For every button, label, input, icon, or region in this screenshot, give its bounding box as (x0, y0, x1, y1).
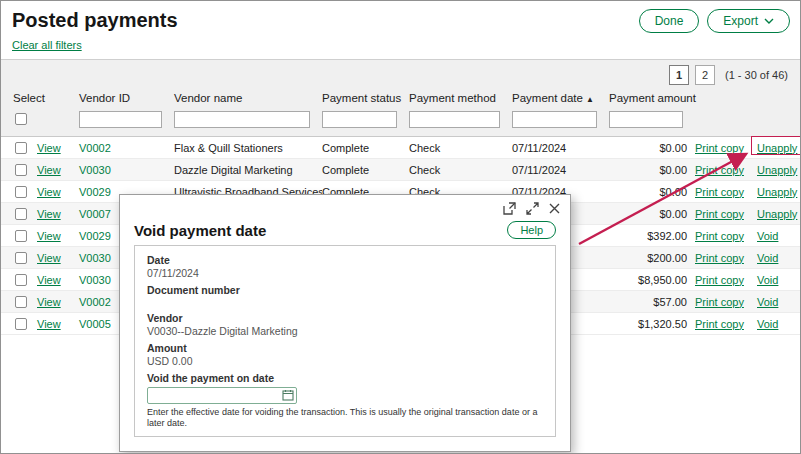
row-checkbox[interactable] (15, 274, 27, 286)
print-copy-link[interactable]: Print copy (695, 296, 757, 308)
row-action-link[interactable]: Void (757, 318, 801, 330)
view-link[interactable]: View (37, 296, 79, 308)
field-label-document-number: Document number (147, 284, 543, 297)
page-button-1[interactable]: 1 (669, 65, 689, 85)
dialog-title: Void payment date (134, 222, 266, 239)
view-link[interactable]: View (37, 164, 79, 176)
row-action-link[interactable]: Unapply (757, 186, 801, 198)
print-copy-link[interactable]: Print copy (695, 252, 757, 264)
filter-payment-date[interactable] (512, 111, 597, 128)
row-action-link[interactable]: Unapply (757, 142, 801, 154)
col-payment-date-label: Payment date (512, 92, 583, 104)
cell-payment-amount: $1,320.50 (609, 318, 695, 330)
cell-vendor-id[interactable]: V0002 (79, 142, 174, 154)
field-value-amount: USD 0.00 (147, 355, 543, 368)
cell-payment-amount: $0.00 (609, 208, 695, 220)
print-copy-link[interactable]: Print copy (695, 230, 757, 242)
void-date-label: Void the payment on date (147, 372, 543, 385)
export-label: Export (723, 14, 758, 28)
print-copy-link[interactable]: Print copy (695, 208, 757, 220)
row-checkbox[interactable] (15, 318, 27, 330)
cell-payment-amount: $0.00 (609, 164, 695, 176)
cell-payment-method: Check (409, 142, 512, 154)
table-header: Select Vendor ID Vendor name Payment sta… (1, 90, 800, 137)
help-button[interactable]: Help (507, 221, 556, 239)
col-vendor-id[interactable]: Vendor ID (79, 92, 174, 104)
table-row: View V0030 Dazzle Digital Marketing Comp… (1, 159, 800, 181)
filter-payment-amount[interactable] (609, 111, 683, 128)
cell-payment-status: Complete (322, 142, 409, 154)
view-link[interactable]: View (37, 230, 79, 242)
posted-payments-page: Posted payments Done Export Clear all fi… (0, 0, 801, 454)
void-payment-dialog: Void payment date Help Date 07/11/2024 D… (119, 194, 571, 452)
view-link[interactable]: View (37, 274, 79, 286)
view-link[interactable]: View (37, 208, 79, 220)
page-button-2[interactable]: 2 (695, 65, 715, 85)
top-bar: Posted payments Done Export (1, 1, 800, 33)
filter-vendor-id[interactable] (79, 111, 162, 128)
pagination-range: (1 - 30 of 46) (725, 69, 788, 81)
field-label-date: Date (147, 254, 543, 267)
cell-payment-amount: $57.00 (609, 296, 695, 308)
cell-vendor-id[interactable]: V0030 (79, 164, 174, 176)
filter-payment-status[interactable] (322, 111, 397, 128)
col-payment-date[interactable]: Payment date▲ (512, 92, 609, 104)
row-checkbox[interactable] (15, 296, 27, 308)
row-action-link[interactable]: Void (757, 274, 801, 286)
done-button[interactable]: Done (639, 9, 700, 33)
top-buttons: Done Export (639, 9, 790, 33)
filter-payment-method[interactable] (409, 111, 500, 128)
view-link[interactable]: View (37, 318, 79, 330)
dialog-body: Date 07/11/2024 Document number Vendor V… (134, 245, 556, 437)
field-value-document-number (147, 297, 543, 308)
view-link[interactable]: View (37, 142, 79, 154)
chevron-down-icon (764, 18, 774, 24)
print-copy-link[interactable]: Print copy (695, 142, 757, 154)
row-checkbox[interactable] (15, 164, 27, 176)
col-payment-method[interactable]: Payment method (409, 92, 512, 104)
row-action-link[interactable]: Void (757, 252, 801, 264)
row-action-link[interactable]: Void (757, 296, 801, 308)
print-copy-link[interactable]: Print copy (695, 186, 757, 198)
row-checkbox[interactable] (15, 208, 27, 220)
print-copy-link[interactable]: Print copy (695, 164, 757, 176)
filter-vendor-name[interactable] (174, 111, 310, 128)
row-checkbox[interactable] (15, 186, 27, 198)
col-payment-amount[interactable]: Payment amount (609, 92, 695, 104)
field-value-date: 07/11/2024 (147, 267, 543, 280)
row-checkbox[interactable] (15, 252, 27, 264)
calendar-icon[interactable] (282, 389, 294, 403)
row-action-link[interactable]: Unapply (757, 208, 801, 220)
col-select: Select (13, 92, 79, 104)
cell-payment-status: Complete (322, 164, 409, 176)
col-vendor-name[interactable]: Vendor name (174, 92, 322, 104)
memo-label: Memo (147, 434, 543, 437)
close-icon[interactable] (549, 203, 560, 214)
cell-vendor-name: Dazzle Digital Marketing (174, 164, 322, 176)
row-action-link[interactable]: Unapply (757, 164, 801, 176)
cell-payment-amount: $200.00 (609, 252, 695, 264)
col-payment-status[interactable]: Payment status (322, 92, 409, 104)
field-label-amount: Amount (147, 342, 543, 355)
maximize-icon[interactable] (526, 202, 539, 215)
view-link[interactable]: View (37, 252, 79, 264)
clear-all-filters-link[interactable]: Clear all filters (12, 39, 82, 51)
cell-payment-amount: $392.00 (609, 230, 695, 242)
export-button[interactable]: Export (707, 9, 790, 33)
row-checkbox[interactable] (15, 230, 27, 242)
view-link[interactable]: View (37, 186, 79, 198)
pagination-bar: 1 2 (1 - 30 of 46) (1, 60, 800, 90)
void-date-input[interactable] (147, 387, 297, 404)
select-all-checkbox[interactable] (15, 113, 27, 125)
cell-payment-method: Check (409, 164, 512, 176)
print-copy-link[interactable]: Print copy (695, 318, 757, 330)
cell-payment-amount: $8,950.00 (609, 274, 695, 286)
row-action-link[interactable]: Void (757, 230, 801, 242)
row-checkbox[interactable] (15, 142, 27, 154)
cell-payment-date: 07/11/2024 (512, 164, 609, 176)
popout-icon[interactable] (503, 202, 516, 215)
cell-payment-amount: $0.00 (609, 142, 695, 154)
cell-payment-date: 07/11/2024 (512, 142, 609, 154)
cell-payment-amount: $0.00 (609, 186, 695, 198)
print-copy-link[interactable]: Print copy (695, 274, 757, 286)
